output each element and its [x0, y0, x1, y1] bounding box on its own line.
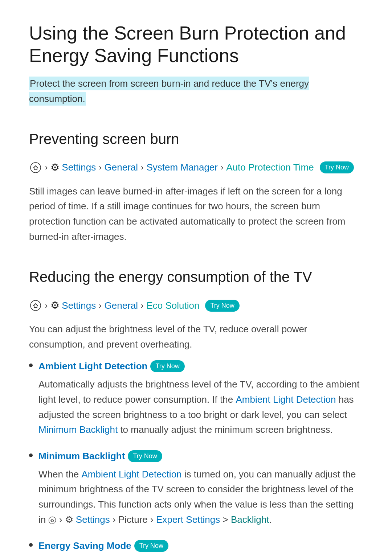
- svg-point-2: [49, 517, 56, 524]
- bullet-dot: [29, 364, 33, 367]
- min-settings-inline: Settings: [76, 514, 110, 525]
- nav-settings-group-2: ⚙ Settings: [50, 298, 96, 313]
- list-item-content: Minimum Backlight Try Now When the Ambie…: [38, 449, 363, 527]
- nav-settings-label-2: Settings: [62, 299, 96, 313]
- nav-eco-solution-label: Eco Solution: [146, 299, 199, 313]
- ambient-link2: Minimum Backlight: [38, 424, 118, 435]
- try-now-badge-minimum[interactable]: Try Now: [128, 450, 162, 462]
- energy-saving-title: Energy Saving Mode Try Now: [38, 539, 363, 553]
- bullet-dot: [29, 454, 33, 457]
- ambient-desc-after: to manually adjust the minimum screen br…: [118, 424, 333, 435]
- nav-settings-group: ⚙ Settings: [50, 160, 96, 175]
- try-now-badge-ambient[interactable]: Try Now: [150, 360, 184, 372]
- ambient-light-desc: Automatically adjusts the brightness lev…: [38, 377, 363, 437]
- nav-system-manager-label: System Manager: [146, 160, 218, 175]
- gear-icon-2: ⚙: [50, 298, 60, 313]
- energy-saving-label: Energy Saving Mode: [38, 539, 131, 553]
- gear-icon: ⚙: [50, 160, 60, 175]
- ambient-light-title: Ambient Light Detection Try Now: [38, 359, 363, 373]
- feature-list: Ambient Light Detection Try Now Automati…: [29, 359, 363, 554]
- min-desc-after: >: [220, 514, 231, 525]
- min-backlight-link: Backlight: [231, 514, 269, 525]
- minimum-backlight-desc: When the Ambient Light Detection is turn…: [38, 467, 363, 527]
- chevron-right-icon-3: ›: [141, 161, 143, 173]
- list-item: Energy Saving Mode Try Now Allows you to…: [29, 539, 363, 554]
- minimum-backlight-label: Minimum Backlight: [38, 449, 125, 463]
- list-item: Ambient Light Detection Try Now Automati…: [29, 359, 363, 437]
- ambient-light-label: Ambient Light Detection: [38, 359, 147, 373]
- chevron-right-icon-6: ›: [99, 300, 101, 312]
- minimum-backlight-title: Minimum Backlight Try Now: [38, 449, 363, 463]
- nav-path-reducing: › ⚙ Settings › General › Eco Solution Tr…: [29, 298, 363, 313]
- home-icon-2: [29, 299, 42, 312]
- try-now-badge-1[interactable]: Try Now: [320, 161, 354, 173]
- svg-point-1: [30, 300, 41, 311]
- preventing-body-text: Still images can leave burned-in after-i…: [29, 184, 363, 244]
- nav-settings-label: Settings: [62, 160, 96, 175]
- min-home-icon-inline: [48, 514, 59, 525]
- home-icon: [29, 161, 42, 174]
- svg-point-0: [30, 163, 41, 173]
- section-preventing-title: Preventing screen burn: [29, 128, 363, 150]
- ambient-link1: Ambient Light Detection: [236, 394, 336, 405]
- nav-general-label-2: General: [105, 299, 138, 313]
- page-subtitle: Protect the screen from screen burn-in a…: [29, 76, 363, 106]
- nav-path-preventing: › ⚙ Settings › General › System Manager …: [29, 160, 363, 175]
- list-item-content: Energy Saving Mode Try Now Allows you to…: [38, 539, 363, 554]
- chevron-right-icon: ›: [45, 161, 48, 173]
- chevron-right-icon-2: ›: [99, 161, 101, 173]
- reducing-body-text: You can adjust the brightness level of t…: [29, 322, 363, 352]
- min-desc-final: .: [269, 514, 271, 525]
- subtitle-text: Protect the screen from screen burn-in a…: [29, 77, 309, 106]
- min-expert-link: Expert Settings: [156, 514, 220, 525]
- chevron-right-icon-4: ›: [221, 161, 223, 173]
- chevron-right-icon-5: ›: [45, 300, 48, 312]
- min-desc-before: When the: [38, 469, 82, 480]
- list-item-content: Ambient Light Detection Try Now Automati…: [38, 359, 363, 437]
- page-title: Using the Screen Burn Protection and Ene…: [29, 22, 363, 67]
- nav-auto-protection-label: Auto Protection Time: [226, 160, 314, 175]
- chevron-right-icon-7: ›: [141, 300, 143, 312]
- section-reducing-title: Reducing the energy consumption of the T…: [29, 266, 363, 288]
- try-now-badge-2[interactable]: Try Now: [205, 300, 239, 312]
- nav-general-label: General: [105, 160, 138, 175]
- list-item: Minimum Backlight Try Now When the Ambie…: [29, 449, 363, 527]
- try-now-badge-energy[interactable]: Try Now: [134, 540, 168, 552]
- bullet-dot: [29, 543, 33, 547]
- min-link1: Ambient Light Detection: [82, 469, 182, 480]
